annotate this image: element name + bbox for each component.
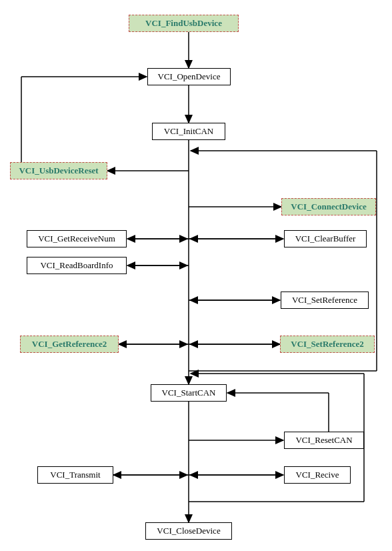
node-set-reference: VCI_SetReference — [281, 292, 369, 309]
node-close-device: VCI_CloseDevice — [145, 522, 232, 540]
label: VCI_FindUsbDevice — [145, 18, 222, 29]
label: VCI_UsbDeviceReset — [19, 165, 98, 176]
label: VCI_ReadBoardInfo — [40, 260, 113, 271]
label: VCI_InitCAN — [164, 126, 213, 137]
node-read-board-info: VCI_ReadBoardInfo — [27, 257, 127, 274]
label: VCI_GetReceiveNum — [38, 233, 115, 244]
node-set-reference2: VCI_SetReference2 — [280, 336, 375, 353]
node-usb-device-reset: VCI_UsbDeviceReset — [10, 162, 107, 179]
label: VCI_StartCAN — [162, 388, 216, 398]
node-find-usb-device: VCI_FindUsbDevice — [129, 15, 239, 32]
label: VCI_ConnectDevice — [291, 201, 366, 212]
node-transmit: VCI_Transmit — [37, 466, 113, 484]
label: VCI_Recive — [296, 470, 339, 480]
label: VCI_CloseDevice — [157, 526, 220, 536]
label: VCI_Transmit — [50, 470, 100, 480]
node-reset-can: VCI_ResetCAN — [284, 432, 364, 449]
node-get-receive-num: VCI_GetReceiveNum — [27, 230, 127, 247]
label: VCI_OpenDevice — [158, 71, 221, 82]
node-connect-device: VCI_ConnectDevice — [281, 198, 376, 215]
label: VCI_SetReference2 — [291, 339, 364, 350]
node-open-device: VCI_OpenDevice — [147, 68, 231, 85]
label: VCI_ClearBuffer — [295, 233, 356, 244]
node-init-can: VCI_InitCAN — [152, 123, 225, 140]
node-get-reference2: VCI_GetReference2 — [20, 336, 119, 353]
node-start-can: VCI_StartCAN — [151, 384, 227, 402]
label: VCI_SetReference — [292, 295, 357, 306]
label: VCI_ResetCAN — [295, 435, 352, 446]
node-recive: VCI_Recive — [284, 466, 351, 484]
label: VCI_GetReference2 — [32, 339, 107, 350]
node-clear-buffer: VCI_ClearBuffer — [284, 230, 367, 247]
